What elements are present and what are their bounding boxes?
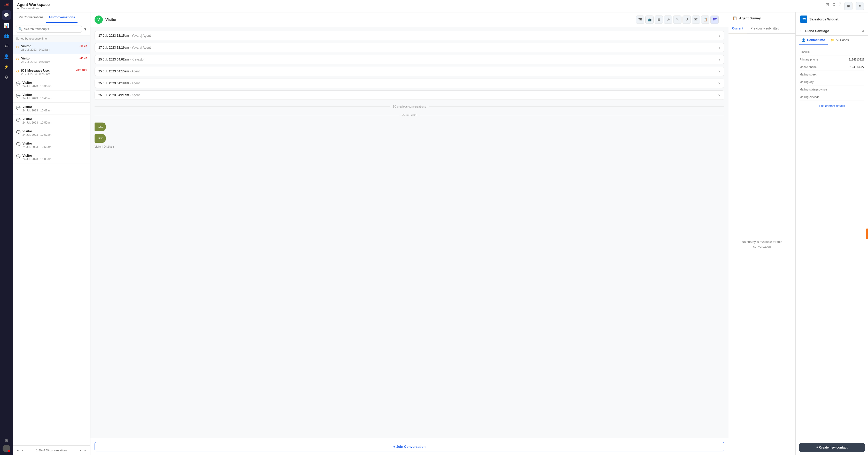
conv-block-header-2[interactable]: 25 Jul. 2023 04:02am · Krzysztof ∨ xyxy=(95,55,724,64)
body-area: My Conversations All Conversations 🔍 ▼ S… xyxy=(13,12,868,455)
sf-sub-tabs: 👤 Contact Info 📁 All Cases xyxy=(796,36,868,45)
tab-all-conversations[interactable]: All Conversations xyxy=(46,12,78,23)
header-collapse-icon[interactable]: ⊡ xyxy=(826,2,829,10)
sf-header: SW Salesforce Widget xyxy=(796,12,868,26)
chat-more-options[interactable]: ⋮ xyxy=(720,17,724,23)
conv-badge-2: -22h 18m xyxy=(76,69,87,72)
tool-sw[interactable]: SW xyxy=(710,16,719,24)
conv-time-8: 24 Jul. 2023 · 10:53am xyxy=(23,145,87,148)
sf-label-mailing-city: Mailing city xyxy=(800,80,813,84)
nav-icon-settings[interactable]: ⚙ xyxy=(2,73,11,82)
conv-item-8[interactable]: 💬 Visitor 24 Jul. 2023 · 10:53am xyxy=(13,139,90,151)
conv-item-4[interactable]: 💬 Visitor 24 Jul. 2023 · 10:43am xyxy=(13,90,90,103)
conv-item-3[interactable]: 💬 Visitor 24 Jul. 2023 · 10:36am xyxy=(13,78,90,90)
salesforce-panel: SW Salesforce Widget ← Elena Santiago ∧ … xyxy=(796,12,868,455)
prev-page-btn[interactable]: ‹ xyxy=(21,448,25,453)
tool-target[interactable]: ◎ xyxy=(664,16,672,24)
tab-my-conversations[interactable]: My Conversations xyxy=(16,12,46,23)
prev-conversations-separator: 50 previous conversations xyxy=(95,103,724,110)
sf-tab-contact-info[interactable]: 👤 Contact Info xyxy=(799,36,828,45)
survey-title: Agent Survey xyxy=(739,16,761,20)
sf-tab-all-cases[interactable]: 📁 All Cases xyxy=(828,36,851,45)
chat-icon-5: 💬 xyxy=(16,106,21,110)
edit-contact-btn[interactable]: Edit contact details xyxy=(819,104,845,108)
top-header: Agent Workspace All Conversations ⊡ ⚙ ? … xyxy=(13,0,868,12)
conv-block-5: 25 Jul. 2023 04:21am · Agent ∨ xyxy=(95,90,724,100)
sf-title: Salesforce Widget xyxy=(809,17,839,21)
filter-icon[interactable]: ▼ xyxy=(84,27,87,31)
sf-label-primary-phone: Primary phone xyxy=(800,58,818,61)
pagination-controls: « ‹ xyxy=(16,448,24,453)
tool-tv[interactable]: 📺 xyxy=(645,16,654,24)
conv-block-date-0: 17 Jul. 2023 12:15am xyxy=(98,34,129,37)
nav-icon-contacts[interactable]: 👥 xyxy=(2,31,11,40)
layout-grid-btn[interactable]: ⊞ xyxy=(844,2,852,10)
nav-icon-profile[interactable]: 👤 xyxy=(2,52,11,61)
tab-current[interactable]: Current xyxy=(728,24,747,33)
conv-time-5: 24 Jul. 2023 · 10:47am xyxy=(23,109,87,112)
search-box: 🔍 xyxy=(16,26,82,33)
nav-user-avatar[interactable] xyxy=(3,445,10,452)
app-title: Agent Workspace xyxy=(17,2,50,7)
conv-block-meta-1: 17 Jul. 2023 12:19am · Yuvaraj Agent xyxy=(98,46,151,49)
chat-footer: + Join Conversation xyxy=(90,438,728,455)
sf-field-mailing-zip: Mailing Zipcode xyxy=(800,93,864,101)
conv-item-2[interactable]: ↺ iOS Messages Use... 28 Jul. 2023 · 08:… xyxy=(13,66,90,78)
nav-icon-automation[interactable]: ⚡ xyxy=(2,62,11,72)
conv-block-header-3[interactable]: 25 Jul. 2023 04:15am · Agent ∨ xyxy=(95,67,724,76)
conv-block-header-4[interactable]: 25 Jul. 2023 04:19am · Agent ∨ xyxy=(95,79,724,88)
conv-item-1[interactable]: ↺ Visitor 26 Jul. 2023 · 05:01am -3d 3h xyxy=(13,54,90,66)
header-settings-icon[interactable]: ⚙ xyxy=(832,2,836,10)
tool-history-icon: ↺ xyxy=(685,18,688,22)
conv-item-9[interactable]: 💬 Visitor 24 Jul. 2023 · 11:09am xyxy=(13,151,90,163)
tool-grid[interactable]: ⊞ xyxy=(655,16,663,24)
conv-block-agent-1: · Yuvaraj Agent xyxy=(130,46,151,49)
last-page-btn[interactable]: » xyxy=(83,448,87,453)
tool-te[interactable]: TE xyxy=(636,16,644,24)
sf-back-btn[interactable]: ← xyxy=(800,29,803,33)
date-separator-label: 25 Jul. 2023 xyxy=(399,113,420,117)
nav-icon-labels[interactable]: 🏷 xyxy=(2,41,11,51)
tool-edit[interactable]: ✎ xyxy=(673,16,681,24)
chevron-down-icon-1: ∨ xyxy=(718,46,720,49)
search-input[interactable] xyxy=(24,27,80,31)
conv-block-agent-3: · Agent xyxy=(130,69,140,73)
sf-contact-left: ← Elena Santiago xyxy=(800,29,829,33)
conv-item-5[interactable]: 💬 Visitor 24 Jul. 2023 · 10:47am xyxy=(13,103,90,115)
conv-item-0[interactable]: ↺ Visitor 25 Jul. 2023 · 04:24am -4d 3h xyxy=(13,42,90,54)
chat-icon-9: 💬 xyxy=(16,154,21,159)
conv-block-header-5[interactable]: 25 Jul. 2023 04:21am · Agent ∨ xyxy=(95,91,724,99)
conv-body-1: Visitor 26 Jul. 2023 · 05:01am xyxy=(21,57,78,63)
conv-block-header-1[interactable]: 17 Jul. 2023 12:19am · Yuvaraj Agent ∨ xyxy=(95,43,724,52)
refresh-icon-2: ↺ xyxy=(16,69,19,74)
header-help-icon[interactable]: ? xyxy=(839,2,841,10)
layout-list-btn[interactable]: ≡ xyxy=(856,2,864,10)
tool-sc[interactable]: SC xyxy=(692,16,700,24)
conv-item-7[interactable]: 💬 Visitor 24 Jul. 2023 · 10:52am xyxy=(13,127,90,139)
conv-body-8: Visitor 24 Jul. 2023 · 10:53am xyxy=(23,142,87,148)
conv-block-header-0[interactable]: 17 Jul. 2023 12:15am · Yuvaraj Agent ∨ xyxy=(95,31,724,40)
sf-contact-name: Elena Santiago xyxy=(805,29,829,33)
conv-item-6[interactable]: 💬 Visitor 24 Jul. 2023 · 10:50am xyxy=(13,115,90,127)
tool-clipboard[interactable]: 📋 xyxy=(701,16,709,24)
sf-collapse-icon[interactable]: ∧ xyxy=(862,29,864,33)
app-logo: ≡AI xyxy=(4,3,9,7)
conv-search-bar: 🔍 ▼ xyxy=(13,23,90,35)
first-page-btn[interactable]: « xyxy=(16,448,20,453)
conv-name-6: Visitor xyxy=(23,117,87,121)
create-new-contact-btn[interactable]: + Create new contact xyxy=(799,443,865,452)
contact-info-label: Contact Info xyxy=(807,38,825,42)
join-conversation-btn[interactable]: + Join Conversation xyxy=(95,442,724,451)
chat-icon-3: 💬 xyxy=(16,81,21,86)
search-icon: 🔍 xyxy=(18,27,23,31)
sf-field-mailing-street: Mailing street xyxy=(800,71,864,78)
nav-icon-analytics[interactable]: 📊 xyxy=(2,21,11,30)
tab-previously-submitted[interactable]: Previously submitted xyxy=(747,24,783,33)
nav-icon-workspace[interactable]: 💬 xyxy=(2,10,11,20)
next-page-btn[interactable]: › xyxy=(79,448,82,453)
sf-label-mailing-zip: Mailing Zipcode xyxy=(800,95,819,98)
conv-block-agent-4: · Agent xyxy=(130,81,140,85)
nav-grid-icon[interactable]: ⊞ xyxy=(5,438,8,443)
sf-label-email: Email ID xyxy=(800,50,810,54)
tool-history[interactable]: ↺ xyxy=(683,16,691,24)
